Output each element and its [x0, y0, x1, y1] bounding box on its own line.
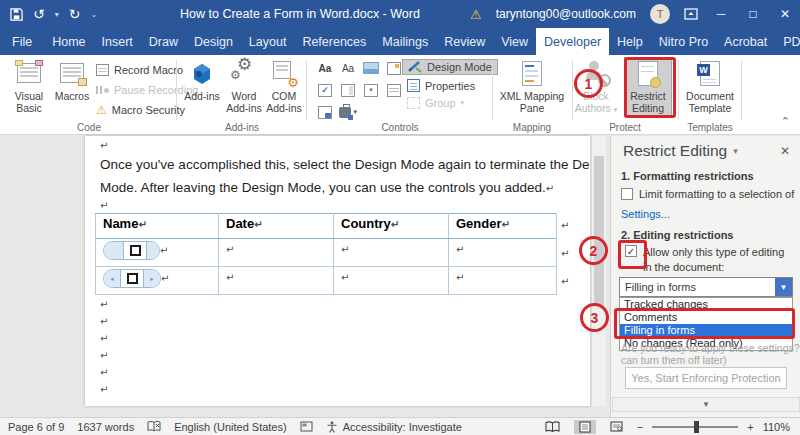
- recording-icon[interactable]: [300, 421, 313, 432]
- cell-checkbox-control-selected[interactable]: ◂▸↵: [96, 267, 219, 295]
- tab-references[interactable]: References: [294, 28, 374, 55]
- tab-insert[interactable]: Insert: [94, 28, 141, 55]
- pane-scroll-down-button[interactable]: ▼: [612, 397, 800, 412]
- building-block-control-button[interactable]: [385, 60, 403, 76]
- redo-icon[interactable]: ↻: [69, 6, 81, 22]
- scrollbar-thumb[interactable]: [594, 156, 604, 306]
- editing-type-dropdown[interactable]: Filling in forms ▼: [619, 277, 793, 297]
- dropdown-arrow-button[interactable]: ▼: [775, 278, 792, 296]
- empty-cell[interactable]: ↵: [334, 267, 449, 295]
- dropdown-list-control-button[interactable]: ▼: [362, 82, 380, 98]
- ribbon-tab-bar: File Home Insert Draw Design Layout Refe…: [0, 28, 800, 55]
- group-controls: Aa Aa ✓ ▼ ▾ Design Mode Properties: [310, 55, 490, 135]
- form-table[interactable]: Name↵ Date↵ Country↵ Gender↵ ↵ ↵ ↵ ↵ ◂▸↵: [95, 213, 557, 295]
- properties-button[interactable]: Properties: [402, 78, 498, 93]
- table-header-row: Name↵ Date↵ Country↵ Gender↵: [96, 214, 557, 239]
- read-mode-button[interactable]: [540, 420, 565, 433]
- close-button[interactable]: ✕: [776, 7, 794, 21]
- visual-basic-button[interactable]: Visual Basic: [8, 58, 50, 114]
- header-cell-gender[interactable]: Gender↵: [449, 214, 557, 239]
- tab-review[interactable]: Review: [436, 28, 493, 55]
- tab-pdfelement[interactable]: PDFelement: [775, 28, 800, 55]
- settings-link[interactable]: Settings...: [621, 208, 670, 220]
- ribbon-display-options-icon[interactable]: [684, 8, 698, 20]
- limit-formatting-label: Limit formatting to a selection of style: [639, 188, 797, 200]
- empty-cell[interactable]: ↵: [334, 239, 449, 267]
- allow-editing-label: Allow only this type of editing in the d…: [643, 245, 791, 275]
- macros-label: Macros: [55, 90, 89, 102]
- legacy-tools-button[interactable]: ▾: [339, 104, 357, 120]
- tab-layout[interactable]: Layout: [241, 28, 295, 55]
- com-addins-button[interactable]: ⚙ COM Add-ins: [266, 58, 302, 114]
- macros-button[interactable]: Macros: [52, 58, 92, 102]
- save-icon[interactable]: [10, 8, 23, 21]
- print-layout-button[interactable]: [574, 420, 596, 434]
- record-macro-label: Record Macro: [114, 64, 183, 76]
- header-cell-name[interactable]: Name↵: [96, 214, 219, 239]
- tab-nitro-pro[interactable]: Nitro Pro: [651, 28, 716, 55]
- annotation-box-filling-in-forms: [614, 308, 795, 339]
- zoom-slider-thumb[interactable]: [694, 421, 699, 433]
- word-addins-button[interactable]: ⚙⚙ Word Add-ins: [222, 58, 266, 114]
- combo-box-control-button[interactable]: [339, 82, 357, 98]
- tab-design[interactable]: Design: [186, 28, 241, 55]
- web-layout-button[interactable]: [605, 420, 628, 433]
- checkbox-control-button[interactable]: ✓: [316, 82, 334, 98]
- cell-checkbox-control[interactable]: ↵: [96, 239, 219, 267]
- group-templates: W Document Template Templates: [681, 55, 739, 135]
- proofing-icon[interactable]: [147, 421, 161, 432]
- accessibility-status[interactable]: Accessibility: Investigate: [326, 421, 462, 433]
- annotation-step-3: 3: [580, 303, 609, 332]
- zoom-level[interactable]: 110%: [763, 421, 790, 433]
- pause-recording-icon: [96, 86, 109, 94]
- paragraph-mark: ↵: [100, 367, 108, 378]
- visual-basic-label: Visual Basic: [8, 90, 50, 114]
- document-template-button[interactable]: W Document Template: [682, 58, 738, 114]
- zoom-slider[interactable]: [652, 426, 738, 428]
- empty-cell[interactable]: ↵: [219, 239, 334, 267]
- addins-button[interactable]: Add-ins: [184, 58, 220, 102]
- zoom-out-button[interactable]: −: [637, 421, 643, 433]
- tab-help[interactable]: Help: [609, 28, 651, 55]
- zoom-in-button[interactable]: +: [747, 421, 753, 433]
- tab-developer[interactable]: Developer: [536, 28, 609, 55]
- document-scrollbar[interactable]: [592, 136, 606, 406]
- undo-dropdown-icon[interactable]: ▾: [55, 10, 59, 19]
- account-email[interactable]: taryntong00@outlook.com: [496, 7, 636, 21]
- picture-control-button[interactable]: [362, 60, 380, 76]
- empty-cell[interactable]: ↵: [449, 267, 557, 295]
- header-cell-date[interactable]: Date↵: [219, 214, 334, 239]
- design-mode-button[interactable]: Design Mode: [402, 59, 498, 75]
- pane-options-icon[interactable]: ▾: [733, 146, 738, 156]
- avatar[interactable]: T: [650, 4, 670, 24]
- document-page[interactable]: ↵ Once you've accomplished this, select …: [85, 136, 590, 406]
- qat-customize-icon[interactable]: ⌄: [90, 10, 97, 19]
- limit-formatting-checkbox[interactable]: [621, 188, 633, 200]
- page-indicator[interactable]: Page 6 of 9: [8, 421, 64, 433]
- plain-text-control-button[interactable]: Aa: [339, 60, 357, 76]
- maximize-button[interactable]: □: [744, 7, 762, 21]
- account-warning-icon[interactable]: ⚠: [470, 7, 482, 22]
- header-cell-country[interactable]: Country↵: [334, 214, 449, 239]
- empty-cell[interactable]: ↵: [219, 267, 334, 295]
- pane-close-icon[interactable]: ✕: [780, 144, 790, 158]
- controls-buttons: Design Mode Properties Group ▾: [402, 59, 498, 110]
- macros-icon: [60, 58, 84, 88]
- empty-cell[interactable]: ↵: [449, 239, 557, 267]
- repeating-section-control-button[interactable]: [316, 104, 334, 120]
- tab-view[interactable]: View: [493, 28, 536, 55]
- tab-draw[interactable]: Draw: [141, 28, 186, 55]
- tab-acrobat[interactable]: Acrobat: [716, 28, 775, 55]
- collapse-ribbon-icon[interactable]: ⌃: [781, 115, 790, 128]
- tab-home[interactable]: Home: [44, 28, 93, 55]
- group-button: Group ▾: [402, 96, 498, 110]
- rich-text-control-button[interactable]: Aa: [316, 60, 334, 76]
- language-indicator[interactable]: English (United States): [174, 421, 287, 433]
- date-picker-control-button[interactable]: [385, 82, 403, 98]
- xml-mapping-pane-button[interactable]: XML Mapping Pane: [498, 58, 566, 114]
- undo-icon[interactable]: ↺: [33, 6, 45, 22]
- word-count[interactable]: 1637 words: [77, 421, 134, 433]
- tab-file[interactable]: File: [0, 28, 44, 55]
- minimize-button[interactable]: ─: [712, 7, 730, 21]
- tab-mailings[interactable]: Mailings: [374, 28, 436, 55]
